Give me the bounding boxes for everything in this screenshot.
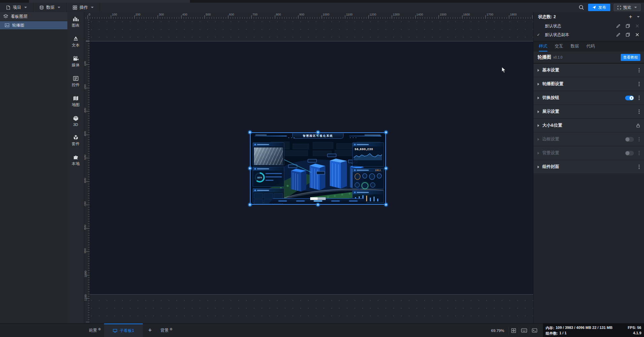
- keyboard-shortcuts-icon[interactable]: [519, 327, 529, 335]
- kebab-menu-icon[interactable]: [638, 81, 640, 87]
- state-row-default[interactable]: 默认状态: [534, 22, 644, 30]
- dock-item-media[interactable]: 媒体: [72, 56, 79, 68]
- fit-screen-icon[interactable]: [508, 327, 519, 335]
- ruler-tick-label: 600: [84, 178, 87, 183]
- tab-code[interactable]: 代码: [586, 43, 595, 52]
- selection-handle-bottom-center[interactable]: [316, 203, 320, 206]
- fullscreen-icon: [617, 6, 621, 9]
- ruler-tick-label: 500: [206, 13, 211, 16]
- edit-icon[interactable]: [616, 32, 621, 37]
- menu-data[interactable]: 数据: [33, 3, 67, 12]
- canvas[interactable]: 0100200300400500600700800900100011001200…: [84, 12, 533, 323]
- foreground-button[interactable]: 前景 ⊕: [86, 324, 104, 337]
- collapse-states-icon[interactable]: [637, 16, 640, 18]
- section-label: 展示设置: [542, 109, 559, 114]
- menu-project[interactable]: 项目: [0, 3, 33, 12]
- subboard-tab[interactable]: 子看板1: [104, 324, 143, 337]
- lock-icon[interactable]: [636, 123, 640, 128]
- kebab-menu-icon[interactable]: [638, 95, 640, 101]
- kebab-menu-icon[interactable]: [638, 109, 640, 114]
- toggle-off[interactable]: [625, 151, 634, 156]
- layers-panel-header: 看板图层: [0, 12, 67, 21]
- pen-nib-icon: [73, 36, 79, 41]
- dock-item-map[interactable]: 地图: [72, 96, 79, 107]
- dock-item-text[interactable]: 文本: [72, 36, 79, 48]
- selection-handle-bottom-left[interactable]: [248, 203, 252, 206]
- console-icon[interactable]: [529, 327, 540, 335]
- kebab-menu-icon: [638, 136, 640, 142]
- board-icon: [113, 329, 117, 333]
- component-version: v0.1.0: [553, 56, 562, 59]
- ruler-tick-label: 300: [159, 13, 164, 16]
- dock-label: 控件: [72, 82, 79, 88]
- preview-button[interactable]: 预览: [614, 4, 641, 11]
- toggle-on[interactable]: [625, 96, 634, 100]
- menu-data-label: 数据: [46, 5, 55, 10]
- background-button[interactable]: 背景 ⊕: [157, 324, 176, 337]
- inspector-tabs: 样式 交互 数据 代码: [534, 41, 644, 52]
- edit-icon[interactable]: [616, 24, 621, 28]
- horizontal-ruler: 0100200300400500600700800900100011001200…: [84, 12, 533, 19]
- selection-handle-mid-left[interactable]: [248, 167, 252, 170]
- selection-handle-top-center[interactable]: [316, 131, 320, 134]
- ruler-tick-label: 1400: [416, 13, 423, 16]
- selection-handle-top-right[interactable]: [384, 131, 388, 134]
- selection-handle-bottom-right[interactable]: [384, 203, 388, 206]
- search-icon[interactable]: [578, 4, 585, 11]
- ruler-tick-label: 800: [84, 225, 87, 230]
- ruler-tick-label: 1200: [369, 13, 376, 16]
- kebab-menu-icon[interactable]: [638, 164, 640, 170]
- tab-data[interactable]: 数据: [571, 43, 579, 52]
- add-state-button[interactable]: +: [629, 13, 632, 20]
- toggle-off[interactable]: [625, 137, 634, 142]
- tab-interaction[interactable]: 交互: [555, 43, 563, 52]
- dock-item-local[interactable]: 本地: [72, 155, 79, 166]
- dock-item-charts[interactable]: 图表: [72, 16, 79, 28]
- zoom-percentage[interactable]: 69.79%: [487, 329, 508, 333]
- component-count-line: 组件数: 1 / 1 4.1.9: [546, 331, 641, 336]
- states-count: 2: [553, 14, 556, 19]
- states-header: 状态数: 2 +: [534, 12, 644, 22]
- bottom-bar: 前景 ⊕ 子看板1 + 背景 ⊕ 69.79% 内存: 109 / 3983 /…: [0, 323, 644, 337]
- add-foreground-icon[interactable]: ⊕: [98, 327, 101, 331]
- ruler-tick-label: 100: [112, 13, 117, 16]
- section-background-settings[interactable]: 背景设置: [534, 146, 644, 160]
- selection-handle-mid-right[interactable]: [384, 167, 388, 170]
- expand-arrow-icon: [538, 110, 539, 113]
- ruler-tick-label: 300: [84, 108, 87, 113]
- section-component-cover[interactable]: 组件封面: [534, 160, 644, 173]
- section-carousel-settings[interactable]: 轮播图设置: [534, 77, 644, 91]
- section-toggle-button[interactable]: 切换按钮: [534, 91, 644, 104]
- state-row-default-copy[interactable]: ✓ 默认状态副本: [534, 30, 644, 39]
- dock-item-kit[interactable]: 套件: [72, 135, 79, 146]
- view-tutorial-button[interactable]: 查看教程: [621, 54, 640, 61]
- duplicate-icon[interactable]: [625, 32, 630, 37]
- section-label: 背景设置: [542, 150, 559, 156]
- menu-bar: 项目 数据 操作 发布 预览: [0, 3, 644, 12]
- tab-style[interactable]: 样式: [539, 43, 547, 52]
- add-background-icon[interactable]: ⊕: [170, 327, 172, 331]
- section-border-settings[interactable]: 边框设置: [534, 133, 644, 146]
- chevron-down-icon: [91, 7, 94, 8]
- publish-button[interactable]: 发布: [588, 4, 610, 11]
- status-box: 内存: 109 / 3983 / 4096 MB 22 / 131 MB FPS…: [543, 324, 644, 337]
- layer-item-carousel[interactable]: 轮播图: [0, 21, 67, 29]
- selection-rectangle: [250, 132, 386, 205]
- video-camera-icon: [73, 56, 79, 61]
- dock-item-3d[interactable]: 3D: [73, 115, 79, 127]
- layers-icon: [3, 14, 8, 19]
- delete-icon[interactable]: [635, 32, 640, 37]
- section-label: 组件封面: [542, 164, 559, 170]
- selection-handle-top-left[interactable]: [248, 131, 252, 134]
- section-size-position[interactable]: 大小&位置: [534, 119, 644, 132]
- menu-actions[interactable]: 操作: [67, 3, 100, 12]
- dock-item-controls[interactable]: 控件: [72, 76, 79, 88]
- add-board-button[interactable]: +: [143, 324, 157, 337]
- kebab-menu-icon[interactable]: [638, 67, 640, 73]
- section-basic-settings[interactable]: 基本设置: [534, 64, 644, 77]
- section-display-settings[interactable]: 展示设置: [534, 105, 644, 118]
- duplicate-icon[interactable]: [625, 24, 630, 28]
- memory-status-line: 内存: 109 / 3983 / 4096 MB 22 / 131 MB FPS…: [546, 326, 641, 331]
- preview-label: 预览: [623, 5, 631, 10]
- chevron-down-icon: [58, 7, 60, 8]
